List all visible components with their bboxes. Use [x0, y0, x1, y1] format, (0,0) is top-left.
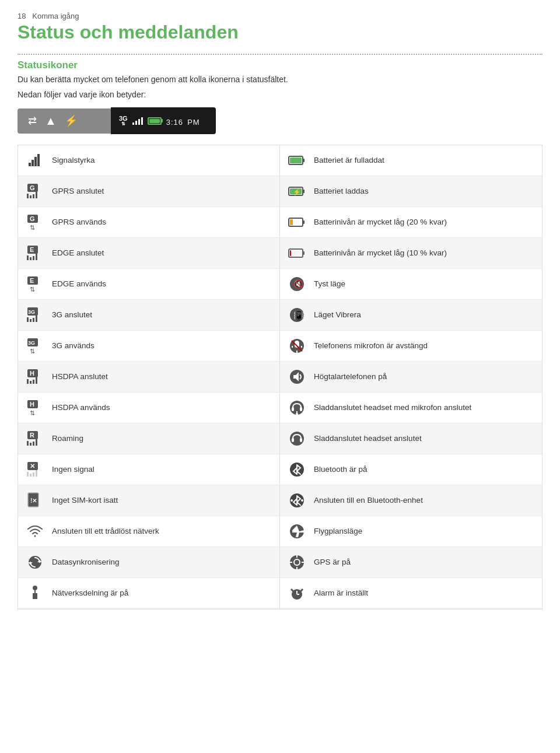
batteri-full-label: Batteriet är fulladdat — [314, 155, 384, 166]
svg-text:H: H — [30, 401, 34, 408]
natverk-label: Nätverksdelning är på — [52, 588, 128, 598]
svg-rect-11 — [33, 194, 34, 198]
roaming-icon: R — [25, 429, 45, 449]
icon-row-hsdpa-anvands: H⇅ HSDPA används — [18, 393, 280, 423]
icon-row-alarm: Alarm är inställt — [280, 578, 542, 609]
svg-rect-0 — [29, 163, 31, 166]
hsdpa-anvands-label: HSDPA används — [52, 402, 110, 413]
gps-label: GPS är på — [314, 557, 351, 568]
icon-row-batteri-laddas: ⚡ Batteriet laddas — [280, 176, 542, 207]
section-title: Statusikoner — [18, 59, 542, 71]
svg-rect-6 — [290, 157, 302, 163]
synk-icon — [25, 552, 45, 572]
batteri-10-icon — [287, 243, 307, 263]
icon-row-headset-mikrofon: Sladdanslutet headset med mikrofon anslu… — [280, 393, 542, 423]
svg-rect-65 — [292, 407, 294, 411]
svg-rect-83 — [36, 470, 37, 477]
icon-row-ingen-signal: ✕ Ingen signal — [18, 454, 280, 485]
3g-badge: 3G ⇅ — [119, 115, 128, 127]
svg-rect-73 — [33, 442, 34, 446]
synk-label: Datasynkronisering — [52, 557, 120, 568]
svg-text:⚡: ⚡ — [293, 188, 301, 196]
svg-rect-41 — [33, 318, 34, 322]
svg-line-106 — [291, 589, 293, 591]
svg-rect-27 — [33, 256, 34, 260]
page-title: Status och meddelanden — [18, 22, 542, 43]
svg-rect-77 — [300, 438, 302, 442]
mikrofon-av-label: Telefonens mikrofon är avstängd — [314, 341, 428, 351]
svg-rect-9 — [27, 194, 29, 198]
batteri-laddas-icon: ⚡ — [287, 181, 307, 201]
icon-row-inget-sim: !✕ Inget SIM-kort isatt — [18, 485, 280, 516]
wifi-icon — [25, 521, 45, 541]
svg-rect-72 — [30, 443, 32, 446]
svg-text:⇅: ⇅ — [30, 348, 35, 354]
headset-mikrofon-icon — [287, 398, 307, 418]
svg-rect-10 — [30, 195, 32, 198]
icon-row-roaming: R Roaming — [18, 423, 280, 454]
bluetooth-enhet-icon — [287, 491, 307, 510]
hsdpa-anslutet-icon: H — [25, 367, 45, 387]
icon-row-hogtalar: Högtalartelefonen på — [280, 362, 542, 393]
svg-rect-22 — [290, 219, 293, 225]
3g-anvands-label: 3G används — [52, 341, 94, 351]
icon-row-tyst-lage: 🔇 Tyst läge — [280, 269, 542, 300]
icon-row-bluetooth-pa: Bluetooth är på — [280, 454, 542, 485]
svg-rect-25 — [27, 255, 29, 260]
icon-row-batteri-10: Batterinivån är mycket låg (10 % kvar) — [280, 238, 542, 269]
svg-rect-56 — [27, 379, 29, 384]
icon-row-batteri-20: Batterinivån är mycket låg (20 % kvar) — [280, 207, 542, 238]
usb-icon: ⇄ — [28, 114, 37, 127]
vibrera-icon: 📳 — [287, 305, 307, 325]
svg-text:🔇: 🔇 — [293, 279, 304, 289]
flygplan-label: Flygplansläge — [314, 526, 362, 537]
svg-text:📳: 📳 — [293, 310, 304, 321]
statusbar-left: ⇄ ▲ ⚡ — [18, 108, 111, 134]
alarm-label: Alarm är inställt — [314, 588, 368, 598]
hsdpa-anvands-icon: H⇅ — [25, 398, 45, 418]
svg-rect-14 — [303, 190, 304, 193]
icon-row-bluetooth-enhet: Ansluten till en Bluetooth-enhet — [280, 485, 542, 516]
svg-point-89 — [290, 499, 293, 502]
roaming-label: Roaming — [52, 433, 83, 444]
svg-rect-80 — [27, 472, 29, 477]
icon-row-3g-anvands: 3G⇅ 3G används — [18, 331, 280, 362]
page-number: 18 Komma igång — [18, 12, 542, 20]
icon-row-wifi: Ansluten till ett trådlöst nätverk — [18, 516, 280, 547]
svg-point-101 — [33, 586, 37, 590]
svg-rect-81 — [30, 474, 32, 477]
icon-row-gps: GPS är på — [280, 547, 542, 578]
batteri-full-icon — [287, 150, 307, 170]
gprs-anslutet-icon: G — [25, 181, 45, 201]
svg-rect-76 — [292, 438, 294, 442]
edge-anslutet-label: EDGE anslutet — [52, 248, 104, 258]
ingen-signal-label: Ingen signal — [52, 464, 94, 475]
svg-text:⇅: ⇅ — [30, 409, 35, 416]
status-time: 3:16 PM — [166, 113, 200, 128]
svg-rect-42 — [36, 316, 37, 322]
svg-text:G: G — [30, 184, 35, 191]
tyst-lage-label: Tyst läge — [314, 279, 345, 289]
svg-text:⇅: ⇅ — [30, 224, 35, 230]
svg-text:✕: ✕ — [30, 463, 35, 470]
headset-label: Sladdanslutet headset anslutet — [314, 433, 422, 444]
mikrofon-av-icon — [287, 336, 307, 356]
edge-anvands-icon: E⇅ — [25, 274, 45, 294]
ingen-signal-icon: ✕ — [25, 460, 45, 479]
svg-rect-5 — [303, 159, 304, 162]
bluetooth-enhet-label: Ansluten till en Bluetooth-enhet — [314, 495, 423, 506]
headset-mikrofon-label: Sladdanslutet headset med mikrofon anslu… — [314, 402, 471, 413]
svg-text:⇅: ⇅ — [30, 286, 35, 292]
headset-icon — [287, 429, 307, 449]
statusbar-right: 3G ⇅ 3:16 PM — [111, 107, 216, 134]
svg-text:R: R — [30, 432, 34, 439]
3g-anvands-icon: 3G⇅ — [25, 336, 45, 356]
bluetooth-pa-icon — [287, 460, 307, 479]
alarm-icon — [287, 583, 307, 603]
wifi-label: Ansluten till ett trådlöst nätverk — [52, 526, 159, 537]
svg-rect-71 — [27, 441, 29, 446]
signal-icon — [132, 117, 143, 125]
svg-rect-74 — [36, 439, 37, 446]
icons-grid: Signalstyrka Batteriet är fulladdat G GP… — [18, 145, 542, 610]
gprs-anvands-icon: G⇅ — [25, 212, 45, 232]
